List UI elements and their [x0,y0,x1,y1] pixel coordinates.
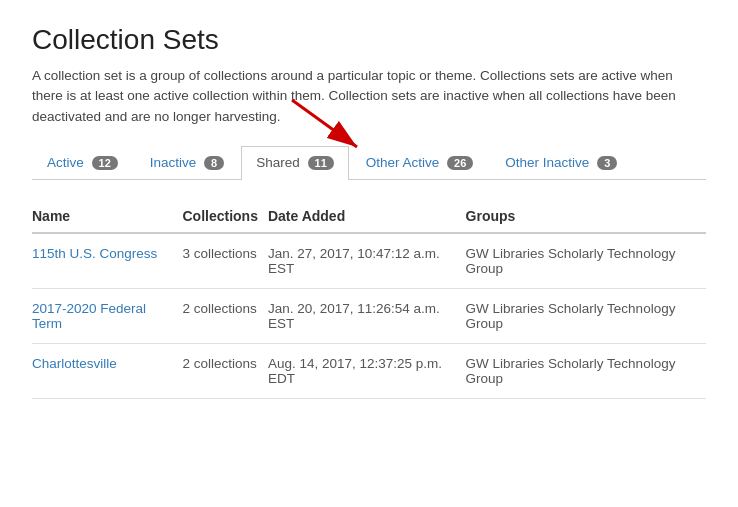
row-name[interactable]: Charlottesville [32,344,182,399]
col-collections: Collections [182,200,267,233]
tab-active-badge: 12 [92,156,118,170]
row-date-added: Jan. 27, 2017, 10:47:12 a.m. EST [268,233,466,289]
tab-active-label: Active [47,155,84,170]
row-collections: 2 collections [182,289,267,344]
tab-other-active-badge: 26 [447,156,473,170]
tab-other-active-label: Other Active [366,155,440,170]
collection-sets-table: Name Collections Date Added Groups 115th… [32,200,706,399]
row-groups: GW Libraries Scholarly Technology Group [466,233,706,289]
row-date-added: Jan. 20, 2017, 11:26:54 a.m. EST [268,289,466,344]
table-row: Charlottesville2 collectionsAug. 14, 201… [32,344,706,399]
tab-inactive[interactable]: Inactive 8 [135,146,239,180]
col-name: Name [32,200,182,233]
page-title: Collection Sets [32,24,706,56]
row-groups: GW Libraries Scholarly Technology Group [466,289,706,344]
tab-inactive-badge: 8 [204,156,224,170]
tab-other-inactive-label: Other Inactive [505,155,589,170]
tab-other-inactive[interactable]: Other Inactive 3 [490,146,632,180]
tab-active[interactable]: Active 12 [32,146,133,180]
col-groups: Groups [466,200,706,233]
tab-other-inactive-badge: 3 [597,156,617,170]
table-row: 115th U.S. Congress3 collectionsJan. 27,… [32,233,706,289]
row-date-added: Aug. 14, 2017, 12:37:25 p.m. EDT [268,344,466,399]
tab-inactive-label: Inactive [150,155,197,170]
col-date-added: Date Added [268,200,466,233]
row-name[interactable]: 115th U.S. Congress [32,233,182,289]
tab-shared-badge: 11 [308,156,334,170]
table-row: 2017-2020 Federal Term2 collectionsJan. … [32,289,706,344]
tabs-container: Active 12 Inactive 8 Shared 11 Other Act… [32,145,706,180]
tab-list: Active 12 Inactive 8 Shared 11 Other Act… [32,145,706,180]
table-body: 115th U.S. Congress3 collectionsJan. 27,… [32,233,706,399]
page-description: A collection set is a group of collectio… [32,66,706,127]
table-header: Name Collections Date Added Groups [32,200,706,233]
row-collections: 3 collections [182,233,267,289]
row-collections: 2 collections [182,344,267,399]
tab-shared[interactable]: Shared 11 [241,146,349,180]
row-groups: GW Libraries Scholarly Technology Group [466,344,706,399]
tab-other-active[interactable]: Other Active 26 [351,146,489,180]
row-name[interactable]: 2017-2020 Federal Term [32,289,182,344]
tab-shared-label: Shared [256,155,300,170]
